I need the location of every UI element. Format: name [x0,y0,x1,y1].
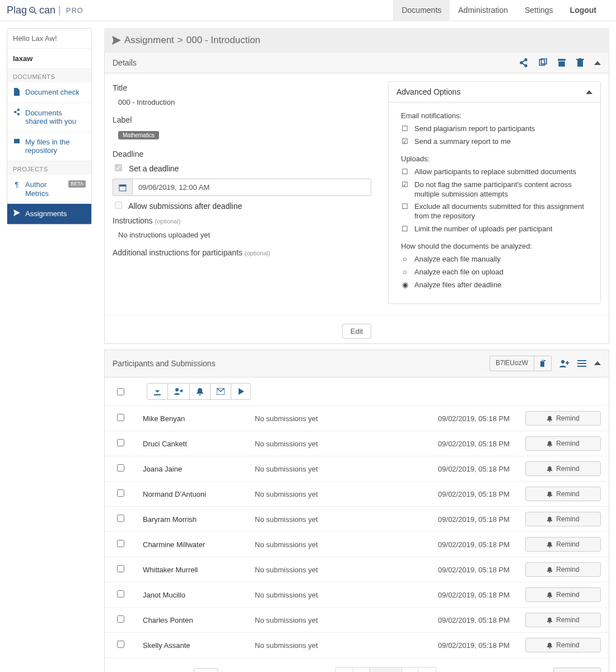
table-row: Charmine MillwaterNo submissions yet09/0… [105,532,609,557]
add-user-icon[interactable] [559,359,570,368]
sidebar-username[interactable]: laxaw [7,49,91,69]
remind-button[interactable]: Remind [525,587,601,602]
remind-button[interactable]: Remind [525,562,601,577]
pager-first[interactable]: « [335,668,353,672]
pager-next[interactable]: › [402,668,418,672]
sidebar-head-documents: DOCUMENTS [7,69,91,82]
table-row: Normand D'AntuoniNo submissions yet09/02… [105,482,609,507]
email-notif-heading: Email notifications: [401,111,588,120]
copy-icon[interactable] [538,58,547,67]
copy-code-button[interactable] [534,356,552,371]
collapse-icon[interactable] [594,361,601,365]
remind-button[interactable]: Remind [525,638,601,652]
pager-prev[interactable]: ‹ [353,668,370,672]
row-checkbox[interactable] [117,489,124,497]
send-icon [112,36,121,45]
tab-logout[interactable]: Logout [562,0,605,21]
sidebar-my-files[interactable]: My files in the repository [7,132,91,161]
svg-rect-26 [577,366,586,367]
details-header: Details [105,53,609,73]
select-all-checkbox[interactable] [117,388,124,395]
submission-date: 09/02/2019, 05:18 PM [392,465,510,473]
allow-after-checkbox[interactable] [115,202,122,209]
remind-button[interactable]: Remind [525,512,601,526]
unchecked-icon: ☐ [401,202,409,212]
top-tabs: Documents Administration Settings Logout [393,0,605,21]
collapse-icon[interactable] [594,61,601,65]
remind-bulk-button[interactable] [190,383,211,400]
sidebar-hello: Hello Lax Aw! [7,29,91,49]
deadline-input[interactable] [132,179,371,196]
magnifier-s-icon: S [28,6,38,16]
advanced-header: Advanced Options [389,82,600,102]
details-panel: Details Title 000 - Introduction Label M… [104,53,609,344]
details-actions [519,58,601,67]
remind-button[interactable]: Remind [525,436,601,451]
svg-rect-8 [14,139,20,143]
email-button[interactable] [211,383,231,400]
table-row: Joana JaineNo submissions yet09/02/2019,… [105,456,609,482]
remind-button[interactable]: Remind [525,537,601,552]
tab-documents[interactable]: Documents [393,0,450,21]
crumb-assignment[interactable]: Assignment [124,35,174,46]
edit-button[interactable]: Edit [342,324,371,339]
remind-button[interactable]: Remind [525,411,601,426]
crumb-sep: > [178,35,183,46]
pager-current: 1 of 3 [370,668,402,672]
submission-status: No submissions yet [255,440,392,448]
svg-line-1 [34,12,36,14]
row-checkbox[interactable] [117,515,124,522]
submission-date: 09/02/2019, 05:18 PM [392,515,510,524]
remind-button[interactable]: Remind [525,461,601,476]
sidebar-item-label: Document check [25,88,80,97]
remind-button[interactable]: Remind [525,613,601,627]
row-checkbox[interactable] [117,641,124,648]
allow-after-label: Allow submissions after deadline [128,202,242,211]
remove-user-button[interactable] [168,383,190,400]
download-button[interactable] [147,383,168,400]
uploads-heading: Uploads: [401,155,588,163]
submission-date: 09/02/2019, 05:18 PM [392,591,510,599]
unchecked-icon: ☐ [401,225,409,234]
remind-button[interactable]: Remind [525,487,601,501]
field-label-label: Label [113,115,371,124]
archive-icon [13,138,21,144]
sidebar-doc-check[interactable]: Document check [7,82,91,103]
pager: Users per page 10 ▴ « ‹ 1 of 3 › » 1-10 … [105,658,609,672]
svg-rect-24 [577,360,586,361]
row-checkbox[interactable] [117,464,124,472]
sidebar-head-projects: PROJECTS [7,161,91,175]
per-page-select[interactable]: 10 ▴ [194,668,218,672]
participant-name: Skelly Assante [143,641,255,650]
calendar-icon[interactable] [113,179,132,196]
sidebar-item-label: Documents shared with you [25,109,86,126]
field-title-value: 000 - Introduction [118,98,371,106]
tab-administration[interactable]: Administration [450,0,516,21]
row-checkbox[interactable] [117,414,124,421]
row-checkbox[interactable] [117,615,124,623]
row-checkbox[interactable] [117,565,124,572]
trash-icon[interactable] [576,58,584,67]
collapse-icon[interactable] [586,90,592,94]
file-icon [13,88,21,96]
tab-settings[interactable]: Settings [516,0,562,21]
sidebar-assignments[interactable]: Assignments [7,204,91,225]
field-deadline-label: Deadline [113,150,371,158]
participant-name: Druci Cankett [143,440,255,448]
list-icon[interactable] [577,360,586,367]
table-row: Mike BenyanNo submissions yet09/02/2019,… [105,406,609,431]
set-deadline-checkbox[interactable] [115,164,122,171]
share-icon[interactable] [519,58,528,67]
sidebar-author-metrics[interactable]: ¶ Author Metrics BETA [7,175,91,204]
row-checkbox[interactable] [117,590,124,598]
logo: Plag S can | PRO [7,4,83,16]
archive-icon[interactable] [557,58,566,67]
row-checkbox[interactable] [117,439,124,446]
instructions-label: Instructions (optional) [113,216,371,225]
row-checkbox[interactable] [117,540,124,547]
pager-last[interactable]: » [418,668,436,672]
sidebar-docs-shared[interactable]: Documents shared with you [7,103,91,132]
instructions-value: No instructions uploaded yet [118,231,371,239]
play-button[interactable] [231,383,251,400]
svg-line-13 [521,63,526,66]
